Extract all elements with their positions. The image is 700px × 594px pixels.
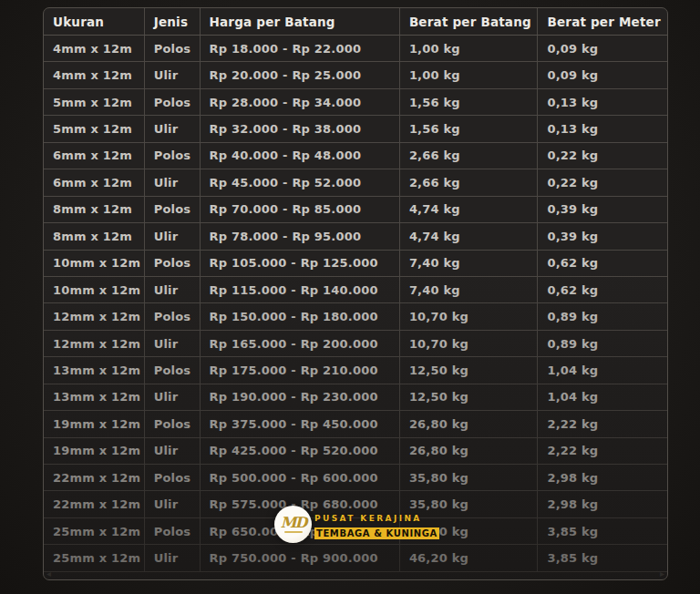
table-cell: Ulir: [144, 62, 200, 87]
table-cell: Rp 190.000 - Rp 230.000: [200, 384, 399, 410]
table-cell: Rp 750.000 - Rp 900.000: [200, 545, 399, 570]
table-cell: 4mm x 12m: [44, 62, 144, 87]
table-cell: Ulir: [144, 331, 200, 356]
scroll-right-icon[interactable]: ▸: [660, 569, 664, 579]
table-row: 8mm x 12mUlirRp 78.000 - Rp 95.0004,74 k…: [44, 223, 667, 250]
table-cell: 0,22 kg: [537, 143, 667, 169]
table-cell: 2,98 kg: [537, 465, 667, 490]
table-cell: Ulir: [144, 384, 200, 410]
table-cell: Rp 28.000 - Rp 34.000: [200, 89, 399, 115]
table-cell: Rp 105.000 - Rp 125.000: [200, 251, 399, 276]
table-cell: 1,00 kg: [399, 36, 538, 61]
table-row: 25mm x 12mUlirRp 750.000 - Rp 900.00046,…: [44, 545, 667, 571]
table-cell: 0,09 kg: [537, 62, 667, 87]
table-cell: 12mm x 12m: [44, 303, 144, 329]
column-header-harga-per-batang: Harga per Batang: [200, 8, 399, 35]
table-row: 13mm x 12mPolosRp 175.000 - Rp 210.00012…: [44, 357, 667, 384]
table-row: 10mm x 12mPolosRp 105.000 - Rp 125.0007,…: [44, 251, 667, 277]
scroll-left-icon[interactable]: ◂: [46, 569, 51, 579]
table-cell: Polos: [144, 518, 200, 544]
table-cell: 2,98 kg: [537, 491, 667, 517]
table-cell: Rp 20.000 - Rp 25.000: [200, 62, 399, 87]
table-cell: 1,00 kg: [399, 62, 538, 87]
table-cell: 7,40 kg: [399, 251, 538, 276]
table-row: 4mm x 12mUlirRp 20.000 - Rp 25.0001,00 k…: [44, 62, 667, 88]
table-cell: 0,62 kg: [537, 251, 667, 276]
table-cell: Rp 40.000 - Rp 48.000: [200, 143, 399, 169]
table-row: 6mm x 12mPolosRp 40.000 - Rp 48.0002,66 …: [44, 143, 667, 169]
table-cell: 7,40 kg: [399, 277, 538, 302]
table-cell: Rp 78.000 - Rp 95.000: [200, 223, 399, 249]
table-cell: Rp 150.000 - Rp 180.000: [200, 303, 399, 329]
table-body: 4mm x 12mPolosRp 18.000 - Rp 22.0001,00 …: [44, 36, 667, 572]
watermark-line1: PUSAT KERAJINA: [314, 514, 439, 523]
table-cell: 0,39 kg: [537, 223, 667, 249]
table-cell: Rp 18.000 - Rp 22.000: [200, 36, 399, 61]
table-cell: 26,80 kg: [399, 411, 538, 436]
table-cell: 12,50 kg: [399, 357, 538, 383]
table-cell: Polos: [144, 89, 200, 115]
table-cell: 3,85 kg: [537, 518, 667, 544]
table-cell: 8mm x 12m: [44, 223, 144, 249]
table-cell: 22mm x 12m: [44, 491, 144, 517]
table-cell: Polos: [144, 303, 200, 329]
table-cell: 3,85 kg: [537, 545, 667, 570]
table-cell: 5mm x 12m: [44, 116, 144, 141]
table-cell: 0,89 kg: [537, 303, 667, 329]
table-row: 10mm x 12mUlirRp 115.000 - Rp 140.0007,4…: [44, 277, 667, 303]
table-cell: Rp 45.000 - Rp 52.000: [200, 169, 399, 195]
table-cell: 25mm x 12m: [44, 518, 144, 544]
table-row: 5mm x 12mPolosRp 28.000 - Rp 34.0001,56 …: [44, 89, 667, 116]
table-cell: Rp 175.000 - Rp 210.000: [200, 357, 399, 383]
table-cell: Ulir: [144, 223, 200, 249]
table-cell: Ulir: [144, 545, 200, 570]
table-cell: Rp 375.000 - Rp 450.000: [200, 411, 399, 436]
table-cell: 1,56 kg: [399, 116, 538, 141]
table-cell: 1,04 kg: [537, 384, 667, 410]
table-row: 4mm x 12mPolosRp 18.000 - Rp 22.0001,00 …: [44, 36, 667, 62]
table-cell: Polos: [144, 36, 200, 61]
table-cell: Rp 70.000 - Rp 85.000: [200, 197, 399, 222]
table-cell: Ulir: [144, 438, 200, 464]
table-cell: 19mm x 12m: [44, 438, 144, 464]
column-header-ukuran: Ukuran: [44, 8, 144, 35]
table-cell: 1,04 kg: [537, 357, 667, 383]
horizontal-scrollbar[interactable]: ◂ ▸: [44, 571, 667, 579]
table-cell: 6mm x 12m: [44, 169, 144, 195]
table-cell: Rp 32.000 - Rp 38.000: [200, 116, 399, 141]
monogram-underline: [284, 531, 303, 533]
table-cell: 8mm x 12m: [44, 197, 144, 222]
table-cell: 25mm x 12m: [44, 545, 144, 570]
column-header-berat-per-meter: Berat per Meter: [537, 8, 667, 35]
table-cell: Polos: [144, 143, 200, 169]
table-row: 12mm x 12mUlirRp 165.000 - Rp 200.00010,…: [44, 331, 667, 357]
table-cell: 2,66 kg: [399, 169, 538, 195]
table-cell: 10,70 kg: [399, 303, 538, 329]
table-cell: 4mm x 12m: [44, 36, 144, 61]
table-cell: 0,09 kg: [537, 36, 667, 61]
table-cell: 13mm x 12m: [44, 384, 144, 410]
watermark-line2: TEMBAGA & KUNINGA: [314, 527, 439, 539]
watermark-text-block: PUSAT KERAJINA TEMBAGA & KUNINGA: [314, 514, 439, 540]
table-cell: 35,80 kg: [399, 465, 538, 490]
table-cell: Ulir: [144, 491, 200, 517]
table-cell: Polos: [144, 357, 200, 383]
table-cell: 19mm x 12m: [44, 411, 144, 436]
table-cell: 0,62 kg: [537, 277, 667, 302]
table-cell: 4,74 kg: [399, 197, 538, 222]
table-cell: 2,22 kg: [537, 411, 667, 436]
watermark-logo: MD PUSAT KERAJINA TEMBAGA & KUNINGA: [274, 506, 439, 543]
table-cell: 1,56 kg: [399, 89, 538, 115]
table-cell: 13mm x 12m: [44, 357, 144, 383]
table-row: 13mm x 12mUlirRp 190.000 - Rp 230.00012,…: [44, 384, 667, 411]
table-cell: Ulir: [144, 116, 200, 141]
table-cell: 6mm x 12m: [44, 143, 144, 169]
table-cell: 22mm x 12m: [44, 465, 144, 490]
table-cell: 10mm x 12m: [44, 277, 144, 302]
table-row: 19mm x 12mUlirRp 425.000 - Rp 520.00026,…: [44, 438, 667, 465]
table-cell: 0,39 kg: [537, 197, 667, 222]
table-row: 6mm x 12mUlirRp 45.000 - Rp 52.0002,66 k…: [44, 169, 667, 196]
table-cell: Rp 165.000 - Rp 200.000: [200, 331, 399, 356]
table-cell: 26,80 kg: [399, 438, 538, 464]
table-cell: 5mm x 12m: [44, 89, 144, 115]
